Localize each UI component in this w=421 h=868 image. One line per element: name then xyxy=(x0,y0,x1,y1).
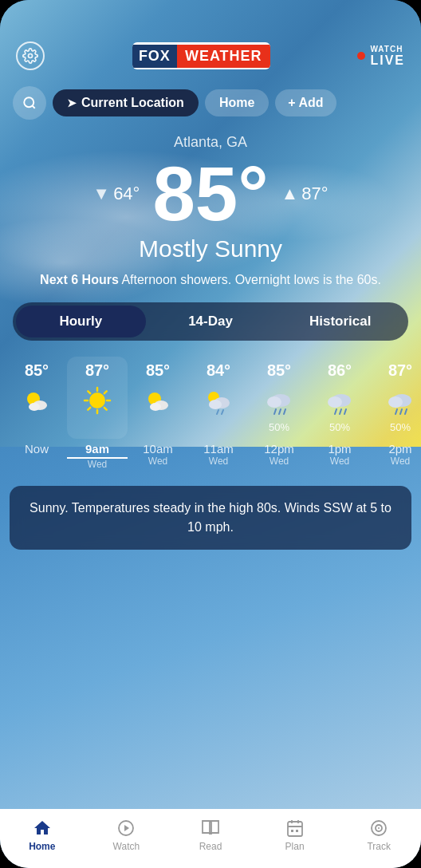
svg-line-30 xyxy=(335,409,336,414)
high-temperature: ▲ 87° xyxy=(281,183,329,204)
time-item: 10am Wed xyxy=(128,442,188,467)
cloud-rain-icon xyxy=(263,385,295,416)
svg-line-35 xyxy=(395,409,397,414)
time-item: Now xyxy=(6,442,67,456)
watch-live-button[interactable]: WATCH LIVE xyxy=(357,45,405,68)
city-name: Atlanta, GA xyxy=(16,134,405,151)
live-label: LIVE xyxy=(370,53,405,68)
fox-logo-text: FOX xyxy=(132,45,177,68)
nav-home[interactable]: Home xyxy=(0,815,85,855)
list-item: 85° xyxy=(128,357,188,439)
watch-icon xyxy=(116,819,136,838)
home-icon xyxy=(33,819,52,838)
time-item: 9am Wed xyxy=(67,442,128,470)
nav-watch[interactable]: Watch xyxy=(85,815,169,855)
hourly-section: 85° 87° xyxy=(0,350,421,476)
sun-bright-icon xyxy=(81,385,113,416)
next-hours-label: Next 6 Hours xyxy=(40,273,119,286)
svg-point-29 xyxy=(328,397,342,408)
nav-track-label: Track xyxy=(367,841,391,852)
svg-point-5 xyxy=(29,403,40,411)
hour-precip: 50% xyxy=(329,421,350,436)
nav-track[interactable]: Track xyxy=(336,815,421,855)
svg-line-32 xyxy=(344,409,346,414)
svg-line-25 xyxy=(274,409,276,414)
svg-rect-44 xyxy=(291,830,293,832)
live-indicator-dot xyxy=(357,52,365,60)
svg-line-14 xyxy=(88,408,90,410)
nav-plan[interactable]: Plan xyxy=(253,815,337,855)
add-location-button[interactable]: + Add xyxy=(275,89,336,116)
high-temp-value: 87° xyxy=(301,183,328,204)
hour-temp: 87° xyxy=(85,361,109,380)
plan-icon xyxy=(285,819,305,838)
svg-line-31 xyxy=(340,409,341,414)
list-item: 85° 50% xyxy=(249,357,309,439)
low-temperature: ▼ 64° xyxy=(92,183,140,204)
time-sub: Wed xyxy=(67,459,128,470)
svg-line-11 xyxy=(88,391,90,393)
hour-temp: 85° xyxy=(146,361,170,380)
hour-temp: 86° xyxy=(328,361,352,380)
svg-rect-40 xyxy=(288,822,302,836)
watch-label: WATCH xyxy=(370,45,405,53)
time-sub: Wed xyxy=(128,456,188,467)
svg-line-22 xyxy=(222,410,223,414)
hourly-scroll[interactable]: 85° 87° xyxy=(0,357,421,439)
search-button[interactable] xyxy=(13,86,46,120)
svg-line-13 xyxy=(104,391,107,393)
time-item: 2pm Wed xyxy=(370,442,421,467)
svg-line-26 xyxy=(279,409,281,414)
time-item: 1pm Wed xyxy=(309,442,370,467)
low-temp-value: 64° xyxy=(113,183,140,204)
hour-temp: 84° xyxy=(207,361,230,380)
time-sub: Wed xyxy=(188,456,249,467)
tab-historical[interactable]: Historical xyxy=(275,306,405,337)
current-location-button[interactable]: ➤ Current Location xyxy=(53,89,199,116)
nav-watch-label: Watch xyxy=(113,841,140,852)
tab-14day[interactable]: 14-Day xyxy=(146,306,276,337)
svg-line-12 xyxy=(104,408,107,410)
sun-cloud-rain-icon xyxy=(203,385,234,416)
svg-marker-39 xyxy=(124,825,129,831)
nav-plan-label: Plan xyxy=(285,841,305,852)
time-9am: 9am xyxy=(67,442,128,459)
nav-read[interactable]: Read xyxy=(168,815,253,855)
time-sub: Wed xyxy=(370,456,421,467)
tab-hourly[interactable]: Hourly xyxy=(16,306,146,337)
search-row: ➤ Current Location Home + Add xyxy=(0,80,421,126)
hour-precip: 50% xyxy=(269,421,289,436)
forecast-description: Next 6 Hours Afternoon showers. Overnigh… xyxy=(16,270,405,290)
list-item: 86° 50% xyxy=(309,357,370,439)
hour-temp: 87° xyxy=(388,361,412,380)
nav-read-label: Read xyxy=(199,841,222,852)
header: FOX WEATHER WATCH LIVE xyxy=(0,0,421,80)
time-12pm: 12pm xyxy=(249,442,309,456)
home-label: Home xyxy=(219,96,254,109)
svg-rect-45 xyxy=(296,830,298,832)
time-now: Now xyxy=(6,442,67,456)
svg-line-2 xyxy=(32,105,34,108)
app-container: FOX WEATHER WATCH LIVE ➤ Current Locatio… xyxy=(0,0,421,868)
svg-point-34 xyxy=(388,397,403,408)
hour-temp: 85° xyxy=(267,361,291,380)
time-1pm: 1pm xyxy=(309,442,370,456)
svg-line-21 xyxy=(217,410,218,414)
nav-home-label: Home xyxy=(29,841,55,852)
bottom-navigation: Home Watch Read xyxy=(0,809,421,868)
svg-line-36 xyxy=(400,409,402,414)
svg-point-0 xyxy=(29,54,33,58)
home-location-button[interactable]: Home xyxy=(205,89,269,116)
list-item: 84° xyxy=(188,357,249,439)
hourly-description-text: Sunny. Temperatures steady in the high 8… xyxy=(26,499,395,537)
svg-point-1 xyxy=(24,97,33,107)
settings-button[interactable] xyxy=(16,41,45,70)
time-item: 12pm Wed xyxy=(249,442,309,467)
weather-logo-text: WEATHER xyxy=(177,45,270,68)
time-2pm: 2pm xyxy=(370,442,421,456)
time-item: 11am Wed xyxy=(188,442,249,467)
hour-temp: 85° xyxy=(25,361,49,380)
read-icon xyxy=(201,819,220,838)
svg-point-17 xyxy=(150,403,161,411)
svg-line-37 xyxy=(405,409,407,414)
